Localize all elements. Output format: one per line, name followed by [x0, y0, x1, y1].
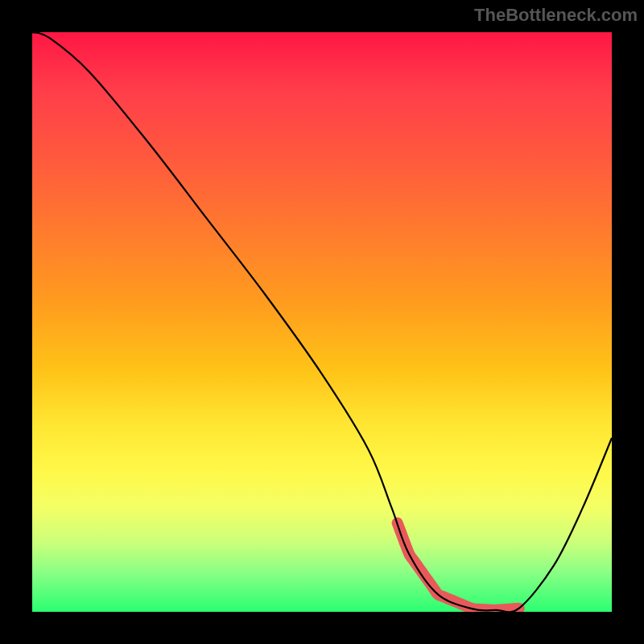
plot-area: [32, 32, 612, 612]
bottleneck-curve: [32, 32, 612, 612]
chart-svg: [32, 32, 612, 612]
watermark-text: TheBottleneck.com: [474, 5, 638, 26]
